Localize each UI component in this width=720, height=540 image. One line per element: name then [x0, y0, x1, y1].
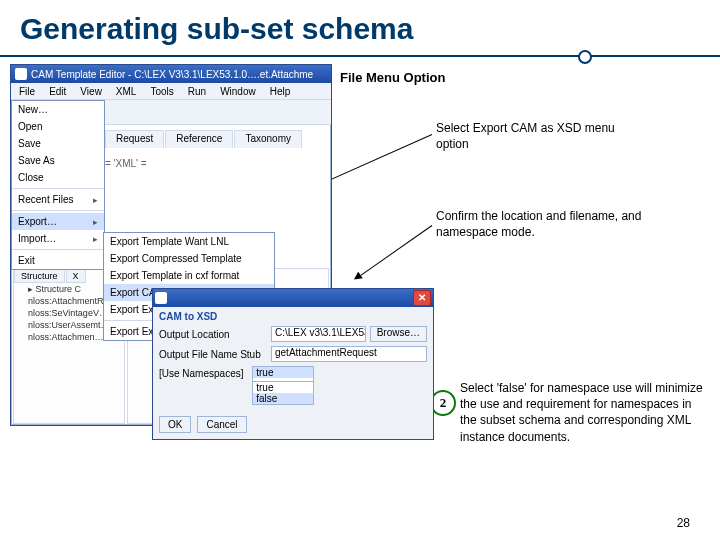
use-namespaces-label: [Use Namespaces]: [159, 368, 243, 379]
caption-file-menu: File Menu Option: [340, 70, 445, 85]
title-rule: [0, 55, 720, 57]
menu-window[interactable]: Window: [214, 85, 262, 98]
menu-view[interactable]: View: [74, 85, 108, 98]
file-menu-panel[interactable]: New… Open Save Save As Close Recent File…: [11, 100, 105, 270]
row-filename-stub: Output File Name Stub getAttachmentReque…: [153, 344, 433, 364]
namespace-dropdown[interactable]: true true false: [252, 366, 314, 382]
chevron-right-icon: ▸: [93, 234, 98, 244]
page-number: 28: [677, 516, 690, 530]
menu-separator: [12, 188, 104, 189]
menu-separator: [12, 210, 104, 211]
file-menu-recent-label: Recent Files: [18, 194, 74, 205]
menu-separator: [12, 249, 104, 250]
stub-label: Output File Name Stub: [159, 349, 267, 360]
file-menu-recent[interactable]: Recent Files▸: [12, 191, 104, 208]
note-namespace-false: Select 'false' for namespace use will mi…: [460, 380, 710, 445]
dialog-buttons: OK Cancel: [159, 416, 247, 433]
output-location-label: Output Location: [159, 329, 267, 340]
file-menu-save[interactable]: Save: [12, 135, 104, 152]
file-menu-saveas[interactable]: Save As: [12, 152, 104, 169]
arrow-to-dialog: [358, 225, 432, 277]
menu-edit[interactable]: Edit: [43, 85, 72, 98]
namespace-options[interactable]: true false: [252, 381, 314, 405]
note-confirm: Confirm the location and filename, and n…: [436, 208, 656, 240]
export-cxf[interactable]: Export Template in cxf format: [104, 267, 274, 284]
dialog-titlebar: ✕: [153, 289, 433, 307]
editor-toolbar: [105, 100, 331, 125]
note-select-export: Select Export CAM as XSD menu option: [436, 120, 636, 152]
cam-to-xsd-dialog: ✕ CAM to XSD Output Location C:\LEX v3\3…: [152, 288, 434, 440]
row-use-namespaces: [Use Namespaces] true true false: [153, 364, 433, 384]
menu-help[interactable]: Help: [264, 85, 297, 98]
file-menu-close[interactable]: Close: [12, 169, 104, 186]
chevron-right-icon: ▸: [93, 217, 98, 227]
file-menu-export[interactable]: Export…▸: [12, 213, 104, 230]
tab-taxonomy[interactable]: Taxonomy: [234, 130, 302, 148]
close-button[interactable]: ✕: [413, 290, 431, 306]
chevron-right-icon: ▸: [93, 195, 98, 205]
menu-tools[interactable]: Tools: [144, 85, 179, 98]
export-compressed[interactable]: Export Compressed Template: [104, 250, 274, 267]
namespace-current: true: [253, 367, 313, 378]
menu-run[interactable]: Run: [182, 85, 212, 98]
slide-title: Generating sub-set schema: [20, 12, 413, 46]
title-rule-node: [578, 50, 592, 64]
ok-button[interactable]: OK: [159, 416, 191, 433]
stub-field[interactable]: getAttachmentRequest: [271, 346, 427, 362]
file-menu-export-label: Export…: [18, 216, 57, 227]
row-output-location: Output Location C:\LEX v3\3.1\LEX53.1.0-…: [153, 324, 433, 344]
editor-titlebar: CAM Template Editor - C:\LEX V3\3.1\LEX5…: [11, 65, 331, 83]
editor-tabstrip[interactable]: Request Reference Taxonomy: [105, 130, 331, 148]
tab-request[interactable]: Request: [105, 130, 164, 148]
editor-title-text: CAM Template Editor - C:\LEX V3\3.1\LEX5…: [31, 69, 313, 80]
app-icon: [15, 68, 27, 80]
namespace-option-true[interactable]: true: [253, 382, 313, 393]
export-template-want[interactable]: Export Template Want LNL: [104, 233, 274, 250]
file-menu-import[interactable]: Import…▸: [12, 230, 104, 247]
tree-tab-structure[interactable]: Structure: [14, 269, 65, 283]
menu-file[interactable]: File: [13, 85, 41, 98]
menu-xml[interactable]: XML: [110, 85, 143, 98]
dialog-section-label: CAM to XSD: [153, 307, 433, 324]
browse-button[interactable]: Browse…: [370, 326, 427, 342]
tree-tab-close[interactable]: X: [66, 269, 86, 283]
tab-reference[interactable]: Reference: [165, 130, 233, 148]
file-menu-new[interactable]: New…: [12, 101, 104, 118]
file-menu-open[interactable]: Open: [12, 118, 104, 135]
output-location-field[interactable]: C:\LEX v3\3.1\LEX53.1.0-Beta2\xsds\: [271, 326, 366, 342]
namespace-option-false[interactable]: false: [253, 393, 313, 404]
xml-root: = 'XML' =: [105, 158, 147, 169]
cancel-button[interactable]: Cancel: [197, 416, 246, 433]
file-menu-import-label: Import…: [18, 233, 56, 244]
editor-menubar[interactable]: File Edit View XML Tools Run Window Help: [11, 83, 331, 100]
file-menu-exit[interactable]: Exit: [12, 252, 104, 269]
dialog-app-icon: [155, 292, 167, 304]
